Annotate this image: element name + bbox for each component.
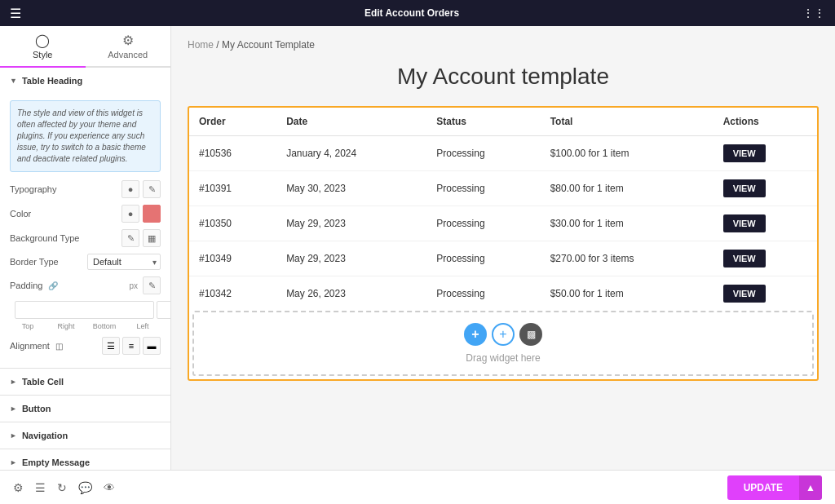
padding-controls: px ✎ xyxy=(129,276,161,294)
border-type-select[interactable]: Default Solid Dashed Dotted None xyxy=(87,254,161,270)
padding-right-label: Right xyxy=(48,322,84,330)
button-header[interactable]: ► Button xyxy=(0,396,170,422)
cell-date: January 4, 2024 xyxy=(276,136,426,171)
typography-controls: ● ✎ xyxy=(121,180,161,198)
padding-top-label: Top xyxy=(10,322,46,330)
color-row: Color ● xyxy=(10,205,161,223)
cell-order: #10349 xyxy=(189,241,276,276)
view-button[interactable]: VIEW xyxy=(723,214,766,232)
button-section: ► Button xyxy=(0,396,170,422)
layers-icon[interactable]: ☰ xyxy=(35,481,46,494)
typography-edit-btn[interactable]: ✎ xyxy=(143,180,161,198)
typography-label: Typography xyxy=(10,184,56,194)
padding-row: Padding 🔗 px ✎ xyxy=(10,276,161,294)
hamburger-icon[interactable]: ☰ xyxy=(10,6,21,21)
top-bar: ☰ Edit Account Orders ⋮⋮ xyxy=(0,0,835,26)
border-type-controls: Default Solid Dashed Dotted None xyxy=(87,254,161,270)
cell-order: #10350 xyxy=(189,206,276,241)
page-title: My Account template xyxy=(188,64,819,90)
table-heading-header[interactable]: ▼ Table Heading xyxy=(0,68,170,94)
drop-zone-text: Drag widget here xyxy=(466,352,540,364)
col-actions: Actions xyxy=(714,108,817,136)
padding-labels: Top Right Bottom Left xyxy=(10,322,161,330)
cell-actions: VIEW xyxy=(714,136,817,171)
col-status: Status xyxy=(426,108,540,136)
padding-edit-btn[interactable]: ✎ xyxy=(143,276,161,294)
bg-image-btn[interactable]: ▦ xyxy=(143,229,161,247)
preview-icon[interactable]: 👁 xyxy=(104,481,115,494)
view-button[interactable]: VIEW xyxy=(723,285,766,303)
cell-date: May 30, 2023 xyxy=(276,171,426,206)
table-header-row: Order Date Status Total Actions xyxy=(189,108,817,136)
empty-message-header[interactable]: ► Empty Message xyxy=(0,449,170,470)
table-heading-section: ▼ Table Heading The style and view of th… xyxy=(0,68,170,369)
table-row: #10536 January 4, 2024 Processing $100.0… xyxy=(189,136,817,171)
history-icon[interactable]: ↻ xyxy=(57,481,67,494)
cell-actions: VIEW xyxy=(714,241,817,276)
comments-icon[interactable]: 💬 xyxy=(78,481,92,494)
advanced-icon: ⚙ xyxy=(122,33,134,48)
settings-icon[interactable]: ⚙ xyxy=(13,481,24,494)
table-row: #10350 May 29, 2023 Processing $30.00 fo… xyxy=(189,206,817,241)
table-cell-header[interactable]: ► Table Cell xyxy=(0,369,170,395)
breadcrumb: Home / My Account Template xyxy=(188,39,819,51)
update-chevron-btn[interactable]: ▲ xyxy=(799,475,822,500)
color-label: Color xyxy=(10,209,31,219)
tab-style[interactable]: ◯ Style xyxy=(0,26,86,68)
alignment-label: Alignment ◫ xyxy=(10,341,63,351)
align-left-btn[interactable]: ☰ xyxy=(102,337,120,355)
color-global-btn[interactable]: ● xyxy=(121,205,139,223)
view-button[interactable]: VIEW xyxy=(723,250,766,267)
dz-icon-outline: + xyxy=(492,323,515,346)
dz-icon-blue: + xyxy=(464,323,487,346)
border-type-select-wrapper: Default Solid Dashed Dotted None xyxy=(87,254,161,270)
navigation-header[interactable]: ► Navigation xyxy=(0,422,170,449)
padding-label: Padding 🔗 xyxy=(10,281,58,290)
cell-total: $50.00 for 1 item xyxy=(541,276,714,312)
align-right-btn[interactable]: ▬ xyxy=(143,337,161,355)
border-type-label: Border Type xyxy=(10,257,59,267)
align-center-btn[interactable]: ≡ xyxy=(122,337,140,355)
color-swatch-btn[interactable] xyxy=(143,205,161,223)
alignment-buttons: ☰ ≡ ▬ xyxy=(102,337,161,355)
cell-order: #10342 xyxy=(189,276,276,312)
button-arrow: ► xyxy=(10,405,17,413)
padding-right[interactable] xyxy=(157,301,171,319)
navigation-section: ► Navigation xyxy=(0,422,170,449)
table-row: #10349 May 29, 2023 Processing $270.00 f… xyxy=(189,241,817,276)
cell-status: Processing xyxy=(426,276,540,312)
cell-total: $80.00 for 1 item xyxy=(541,171,714,206)
background-type-row: Background Type ✎ ▦ xyxy=(10,229,161,247)
view-button[interactable]: VIEW xyxy=(723,179,766,197)
alignment-row: Alignment ◫ ☰ ≡ ▬ xyxy=(10,337,161,355)
grid-icon[interactable]: ⋮⋮ xyxy=(802,7,825,20)
cell-date: May 26, 2023 xyxy=(276,276,426,312)
padding-bottom-label: Bottom xyxy=(86,322,122,330)
breadcrumb-separator: / xyxy=(216,39,219,51)
tab-advanced[interactable]: ⚙ Advanced xyxy=(86,26,171,66)
padding-inputs xyxy=(15,301,156,319)
breadcrumb-home[interactable]: Home xyxy=(188,39,214,51)
cell-actions: VIEW xyxy=(714,171,817,206)
empty-message-section: ► Empty Message xyxy=(0,449,170,470)
breadcrumb-current: My Account Template xyxy=(222,39,315,51)
cell-order: #10536 xyxy=(189,136,276,171)
cell-order: #10391 xyxy=(189,171,276,206)
update-button[interactable]: UPDATE xyxy=(727,475,799,500)
table-cell-arrow: ► xyxy=(10,378,17,386)
update-btn-group: UPDATE ▲ xyxy=(727,475,822,500)
typography-row: Typography ● ✎ xyxy=(10,180,161,198)
top-bar-title: Edit Account Orders xyxy=(364,7,459,19)
orders-table-container: Order Date Status Total Actions #10536 J… xyxy=(188,106,819,381)
cell-date: May 29, 2023 xyxy=(276,241,426,276)
sidebar-tabs: ◯ Style ⚙ Advanced xyxy=(0,26,170,68)
navigation-arrow: ► xyxy=(10,431,17,440)
view-button[interactable]: VIEW xyxy=(723,144,766,162)
bottom-bar: ⚙ ☰ ↻ 💬 👁 UPDATE ▲ xyxy=(0,470,835,504)
table-heading-content: The style and view of this widget is oft… xyxy=(0,94,170,368)
padding-top[interactable] xyxy=(15,301,154,319)
bg-brush-btn[interactable]: ✎ xyxy=(121,229,139,247)
cell-status: Processing xyxy=(426,206,540,241)
typography-global-btn[interactable]: ● xyxy=(121,180,139,198)
cell-total: $100.00 for 1 item xyxy=(541,136,714,171)
